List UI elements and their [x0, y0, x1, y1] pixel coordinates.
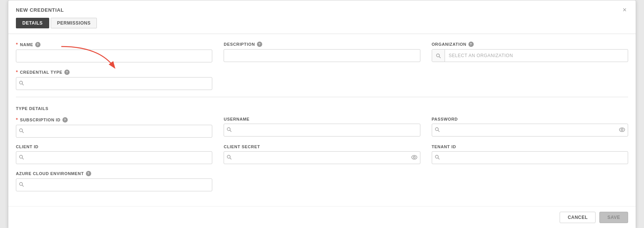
tab-permissions[interactable]: PERMISSIONS [51, 18, 97, 28]
description-group: DESCRIPTION ? [224, 42, 420, 62]
organization-label-text: ORGANIZATION [432, 42, 467, 47]
tenant-id-label: TENANT ID [432, 144, 628, 149]
client-secret-eye-icon[interactable] [411, 155, 417, 161]
credential-type-label-text: CREDENTIAL TYPE [20, 70, 62, 74]
organization-group: ORGANIZATION ? SELECT AN ORGANIZATION [432, 42, 628, 62]
username-label-text: USERNAME [224, 117, 249, 121]
svg-point-11 [619, 128, 625, 132]
close-button[interactable]: × [621, 6, 628, 13]
organization-help-icon[interactable]: ? [468, 42, 474, 47]
azure-cloud-env-group: AZURE CLOUD ENVIRONMENT ? [16, 171, 212, 191]
username-label: USERNAME [224, 117, 420, 121]
client-id-input-wrapper [16, 151, 212, 164]
modal-title: NEW CREDENTIAL [16, 7, 64, 13]
svg-line-1 [439, 56, 440, 58]
cancel-button[interactable]: CANCEL [560, 212, 596, 223]
svg-point-17 [412, 155, 417, 159]
credential-type-input[interactable]: Microsoft Azure Resource Manager [16, 77, 212, 90]
client-id-label: CLIENT ID [16, 144, 212, 149]
row-3: * SUBSCRIPTION ID ? USER [16, 117, 628, 138]
spacer-4 [432, 171, 628, 191]
client-secret-label-text: CLIENT SECRET [224, 144, 260, 149]
type-details-title: TYPE DETAILS [16, 103, 628, 111]
client-secret-group: CLIENT SECRET [224, 144, 420, 164]
organization-input-wrapper[interactable]: SELECT AN ORGANIZATION [432, 49, 628, 62]
client-id-label-text: CLIENT ID [16, 144, 39, 149]
client-secret-input-wrapper [224, 151, 420, 164]
subscription-id-required-star: * [16, 117, 18, 123]
tenant-id-input[interactable] [432, 151, 628, 164]
username-input[interactable] [224, 124, 420, 136]
spacer-2 [432, 69, 628, 90]
tenant-id-input-wrapper [432, 151, 628, 164]
new-credential-modal: NEW CREDENTIAL × DETAILS PERMISSIONS * N… [8, 0, 636, 228]
client-secret-input[interactable] [224, 151, 420, 164]
modal-body: * NAME ? DESCRIPTION ? ORGANIZATION ? [8, 34, 636, 228]
password-input[interactable] [432, 124, 628, 136]
tab-details[interactable]: DETAILS [16, 18, 49, 28]
description-help-icon[interactable]: ? [257, 42, 262, 47]
name-label: * NAME ? [16, 42, 212, 47]
azure-cloud-env-label-text: AZURE CLOUD ENVIRONMENT [16, 171, 84, 176]
spacer-3 [224, 171, 420, 191]
type-details-divider [16, 97, 628, 97]
name-required-star: * [16, 42, 18, 47]
description-label-text: DESCRIPTION [224, 42, 255, 47]
subscription-id-label-text: SUBSCRIPTION ID [20, 118, 61, 122]
row-4: CLIENT ID CLIENT SECRET [16, 144, 628, 164]
azure-cloud-env-input[interactable] [16, 178, 212, 191]
spacer-1 [224, 69, 420, 90]
tenant-id-group: TENANT ID [432, 144, 628, 164]
svg-point-18 [413, 157, 415, 158]
subscription-id-label: * SUBSCRIPTION ID ? [16, 117, 212, 123]
name-label-text: NAME [20, 42, 33, 47]
subscription-id-input-wrapper [16, 125, 212, 138]
row-1: * NAME ? DESCRIPTION ? ORGANIZATION ? [16, 42, 628, 62]
subscription-id-input[interactable] [16, 125, 212, 138]
password-group: PASSWORD [432, 117, 628, 138]
subscription-id-help-icon[interactable]: ? [62, 117, 68, 123]
password-label: PASSWORD [432, 117, 628, 121]
name-group: * NAME ? [16, 42, 212, 62]
tenant-id-label-text: TENANT ID [432, 144, 456, 149]
organization-label: ORGANIZATION ? [432, 42, 628, 47]
azure-cloud-env-label: AZURE CLOUD ENVIRONMENT ? [16, 171, 212, 176]
save-button[interactable]: SAVE [599, 212, 628, 223]
row-5: AZURE CLOUD ENVIRONMENT ? [16, 171, 628, 191]
client-id-input[interactable] [16, 151, 212, 164]
organization-search-icon [432, 50, 445, 62]
client-secret-label: CLIENT SECRET [224, 144, 420, 149]
row-2: * CREDENTIAL TYPE ? Microsoft Azure Reso… [16, 69, 628, 90]
credential-type-required-star: * [16, 69, 18, 75]
credential-type-label: * CREDENTIAL TYPE ? [16, 69, 212, 75]
description-input[interactable] [224, 49, 420, 62]
modal-header: NEW CREDENTIAL × [8, 0, 636, 13]
azure-cloud-env-input-wrapper [16, 178, 212, 191]
credential-type-help-icon[interactable]: ? [64, 70, 70, 75]
password-input-wrapper [432, 124, 628, 136]
tab-bar: DETAILS PERMISSIONS [8, 13, 636, 28]
password-eye-icon[interactable] [619, 127, 625, 133]
modal-footer: CANCEL SAVE [8, 206, 636, 228]
client-id-group: CLIENT ID [16, 144, 212, 164]
name-input[interactable] [16, 50, 212, 62]
subscription-id-group: * SUBSCRIPTION ID ? [16, 117, 212, 138]
password-label-text: PASSWORD [432, 117, 458, 121]
azure-cloud-env-help-icon[interactable]: ? [86, 171, 91, 176]
organization-placeholder-text: SELECT AN ORGANIZATION [445, 53, 628, 58]
credential-type-group: * CREDENTIAL TYPE ? Microsoft Azure Reso… [16, 69, 212, 90]
description-label: DESCRIPTION ? [224, 42, 420, 47]
credential-type-input-wrapper: Microsoft Azure Resource Manager [16, 77, 212, 90]
username-group: USERNAME [224, 117, 420, 138]
name-help-icon[interactable]: ? [35, 42, 40, 47]
username-input-wrapper [224, 124, 420, 136]
svg-point-12 [621, 129, 623, 131]
